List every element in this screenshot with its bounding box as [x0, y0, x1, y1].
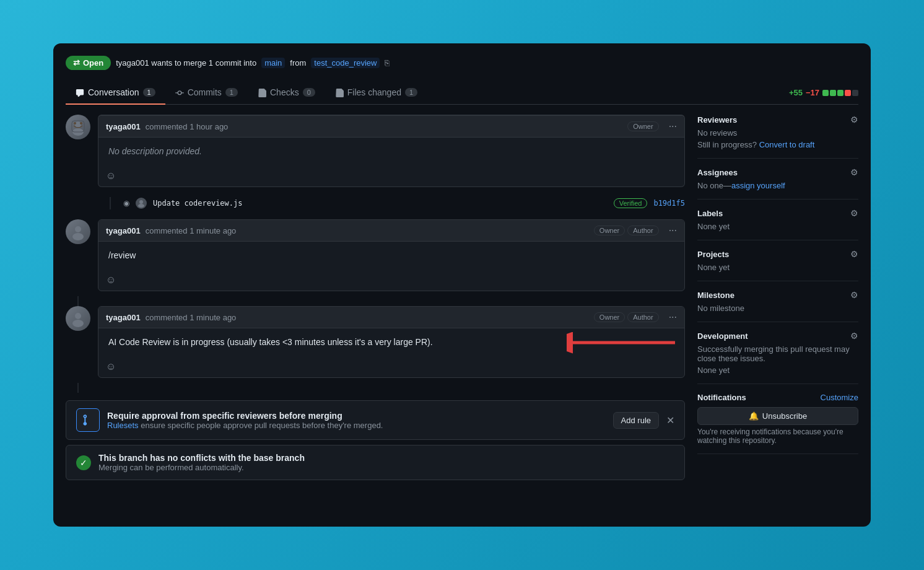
- timeline-spacer-2: [77, 296, 79, 306]
- sidebar-development-gear[interactable]: ⚙: [850, 331, 858, 341]
- tab-commits-count: 1: [225, 88, 238, 97]
- avatar-tyaga001-1: [66, 115, 90, 139]
- merge-rules-text: Require approval from specific reviewers…: [107, 411, 606, 430]
- sidebar-milestone-header: Milestone ⚙: [697, 290, 858, 300]
- commit-line: ◉ Update codereview.js Verified b19d1f5: [66, 192, 685, 214]
- svg-point-9: [75, 313, 81, 319]
- svg-point-6: [138, 204, 144, 208]
- sidebar-projects: Projects ⚙ None yet: [697, 249, 858, 281]
- convert-to-draft-link[interactable]: Convert to draft: [759, 140, 815, 149]
- add-rule-button[interactable]: Add rule: [613, 412, 659, 429]
- no-conflicts-box: ✓ This branch has no conflicts with the …: [66, 445, 685, 480]
- comment-3-box: tyaga001 commented 1 minute ago Owner Au…: [98, 306, 685, 378]
- comment-2-emoji-btn[interactable]: ☺: [106, 274, 116, 286]
- svg-point-3: [80, 122, 82, 125]
- comment-2-author[interactable]: tyaga001: [106, 226, 141, 235]
- sidebar-development: Development ⚙ Successfully merging this …: [697, 331, 858, 384]
- copy-branch-icon[interactable]: ⎘: [385, 58, 390, 68]
- tab-commits-label: Commits: [188, 87, 222, 97]
- sidebar-projects-gear[interactable]: ⚙: [850, 249, 858, 259]
- files-changed-tab-icon: [335, 87, 344, 97]
- comment-1-menu[interactable]: ···: [669, 121, 677, 132]
- merge-rules-icon-container: [76, 408, 100, 432]
- tab-files-changed[interactable]: Files changed 1: [325, 81, 427, 105]
- comment-2-header: tyaga001 commented 1 minute ago Owner Au…: [98, 220, 684, 242]
- sidebar-reviewers-gear[interactable]: ⚙: [850, 115, 858, 125]
- notifications-row: Notifications Customize: [697, 393, 858, 402]
- unsubscribe-label: Unsubscribe: [762, 411, 807, 421]
- tab-files-changed-count: 1: [405, 88, 417, 97]
- sidebar-milestone: Milestone ⚙ No milestone: [697, 290, 858, 322]
- pr-base-branch[interactable]: main: [261, 58, 285, 68]
- avatar-tyaga001-2: [66, 219, 90, 244]
- comment-3-time: commented 1 minute ago: [146, 313, 237, 322]
- comment-2-wrapper: tyaga001 commented 1 minute ago Owner Au…: [66, 219, 685, 291]
- timeline-end: [77, 383, 79, 393]
- conversation-tab-icon: [76, 87, 84, 97]
- pr-page: ⇄ Open tyaga001 wants to merge 1 commit …: [53, 43, 871, 527]
- sidebar-assignees-prefix: No one—: [697, 181, 731, 190]
- svg-point-10: [72, 320, 84, 327]
- diff-block-3: [837, 90, 843, 96]
- comment-1-body: No description provided.: [98, 138, 684, 165]
- close-merge-rules-button[interactable]: ✕: [666, 414, 674, 426]
- tab-conversation[interactable]: Conversation 1: [66, 81, 165, 105]
- diff-block-5: [852, 90, 858, 96]
- sidebar-reviewers-value: No reviews: [697, 128, 858, 138]
- bell-icon: 🔔: [749, 411, 759, 421]
- diff-block-2: [830, 90, 836, 96]
- comment-3-body: AI Code Review is in progress (usually t…: [98, 328, 684, 356]
- sidebar-assignees-gear[interactable]: ⚙: [850, 167, 858, 177]
- pr-header: ⇄ Open tyaga001 wants to merge 1 commit …: [66, 56, 858, 70]
- customize-notifications-link[interactable]: Customize: [821, 393, 858, 402]
- no-conflicts-subtitle: Merging can be performed automatically.: [98, 463, 305, 472]
- comment-3-badges: Owner Author: [594, 312, 659, 322]
- sidebar-projects-title: Projects: [697, 250, 729, 259]
- rulesets-link[interactable]: Rulesets: [107, 421, 139, 430]
- sidebar-milestone-gear[interactable]: ⚙: [850, 290, 858, 300]
- sidebar-milestone-title: Milestone: [697, 291, 734, 300]
- no-conflicts-title: This branch has no conflicts with the ba…: [98, 453, 305, 463]
- comment-3-author[interactable]: tyaga001: [106, 313, 141, 322]
- comment-2-badges: Owner Author: [594, 226, 659, 235]
- svg-point-8: [72, 233, 84, 240]
- comment-3-menu[interactable]: ···: [669, 312, 677, 323]
- comment-2-box: tyaga001 commented 1 minute ago Owner Au…: [98, 219, 685, 291]
- sidebar-labels-title: Labels: [697, 209, 723, 218]
- diff-block-4: [845, 90, 851, 96]
- tab-checks[interactable]: Checks 0: [248, 81, 325, 105]
- assign-yourself-link[interactable]: assign yourself: [731, 181, 785, 190]
- unsubscribe-button[interactable]: 🔔 Unsubscribe: [697, 407, 858, 425]
- sidebar-development-header: Development ⚙: [697, 331, 858, 341]
- commit-message[interactable]: Update codereview.js: [153, 199, 243, 208]
- merge-rules-title: Require approval from specific reviewers…: [107, 411, 606, 421]
- commit-hash[interactable]: b19d1f5: [653, 199, 685, 208]
- comment-2-menu[interactable]: ···: [669, 225, 677, 236]
- pr-head-branch[interactable]: test_code_review: [311, 58, 380, 68]
- comment-1-badge-owner: Owner: [627, 121, 658, 131]
- pr-status-badge: ⇄ Open: [66, 56, 111, 70]
- sidebar-milestone-value: No milestone: [697, 304, 858, 313]
- comment-1-emoji-btn[interactable]: ☺: [106, 170, 116, 182]
- diff-block-1: [822, 90, 829, 96]
- sidebar-reviewers-header: Reviewers ⚙: [697, 115, 858, 125]
- sidebar-labels-gear[interactable]: ⚙: [850, 208, 858, 218]
- merge-rules-subtitle-suffix: ensure specific people approve pull requ…: [141, 421, 383, 430]
- comment-1-wrapper: tyaga001 commented 1 hour ago Owner ··· …: [66, 115, 685, 187]
- sidebar-in-progress-text: Still in progress?: [697, 140, 757, 149]
- tab-files-changed-label: Files changed: [347, 87, 401, 97]
- tab-commits[interactable]: Commits 1: [165, 81, 248, 105]
- svg-point-5: [139, 200, 143, 204]
- comment-1-body-text: No description provided.: [108, 146, 202, 156]
- pr-from-text: from: [290, 58, 306, 68]
- comment-1-author[interactable]: tyaga001: [106, 122, 141, 131]
- comment-3-emoji-btn[interactable]: ☺: [106, 361, 116, 372]
- comment-3-badge-author: Author: [627, 312, 658, 322]
- sidebar-projects-header: Projects ⚙: [697, 249, 858, 259]
- comment-3-badge-owner: Owner: [594, 312, 625, 322]
- comment-1-footer: ☺: [98, 165, 684, 186]
- sidebar-assignees-value: No one—assign yourself: [697, 181, 858, 190]
- checks-tab-icon: [258, 87, 266, 97]
- notifications-description: You're receiving notifications because y…: [697, 428, 858, 445]
- pr-merge-description: tyaga001 wants to merge 1 commit into: [116, 58, 256, 68]
